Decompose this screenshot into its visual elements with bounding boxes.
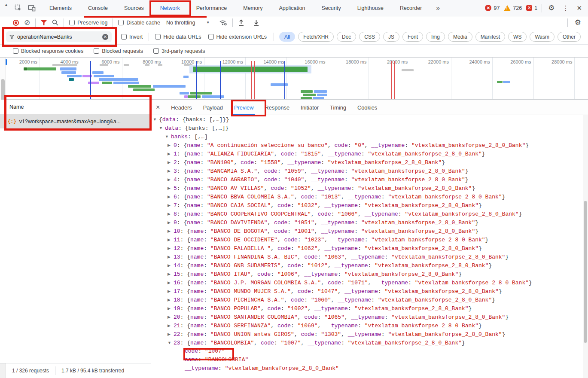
issues-badge[interactable]: ✕ 1	[526, 5, 537, 11]
record-network-log-button[interactable]	[13, 20, 19, 26]
tree-bank-item-15[interactable]: ▶15: {name: "BANCO ITAU", code: "1006", …	[151, 270, 588, 278]
tree-caret-collapsed[interactable]: ▶	[168, 304, 174, 313]
settings-gear-icon[interactable]: ⚙	[546, 3, 556, 12]
hide-data-urls-checkbox[interactable]: Hide data URLs	[155, 34, 201, 40]
chip-other[interactable]: Other	[558, 32, 581, 42]
chip-css[interactable]: CSS	[359, 32, 380, 42]
tree-bank-item-2[interactable]: ▶2: {name: "BAN100", code: "1558", __typ…	[151, 158, 588, 167]
tree-caret-expanded[interactable]: ▼	[153, 115, 159, 124]
chip-media[interactable]: Media	[448, 32, 472, 42]
tree-caret-collapsed[interactable]: ▶	[168, 218, 174, 227]
name-column-header[interactable]: Name	[0, 100, 151, 114]
chip-img[interactable]: Img	[426, 32, 445, 42]
detail-tab-headers[interactable]: Headers	[165, 100, 197, 115]
tree-bank-item-16[interactable]: ▶16: {name: "BANCO J.P. MORGAN COLOMBIA …	[151, 278, 588, 287]
preview-scrollbar[interactable]	[583, 115, 588, 378]
more-tabs-icon[interactable]: »	[430, 4, 446, 12]
tree-bank-item-14[interactable]: ▶14: {name: "BANCO GNB SUDAMERIS", code:…	[151, 261, 588, 270]
tree-bank-item-17[interactable]: ▶17: {name: "BANCO MUNDO MUJER S.A.", co…	[151, 287, 588, 296]
export-har-icon[interactable]	[253, 19, 259, 26]
kebab-menu-icon[interactable]: ⋮	[561, 4, 570, 12]
blocked-response-cookies-checkbox[interactable]: Blocked response cookies	[13, 48, 83, 54]
tree-caret-collapsed[interactable]: ▶	[168, 167, 174, 175]
hide-extension-urls-checkbox[interactable]: Hide extension URLs	[208, 34, 267, 40]
tree-bank-item-9[interactable]: ▶9: {name: "BANCO DAVIVIENDA", code: "10…	[151, 218, 588, 227]
chip-all[interactable]: All	[279, 32, 295, 42]
chip-wasm[interactable]: Wasm	[530, 32, 554, 42]
tree-root-node[interactable]: ▼{data: {banks: [,…]}}	[151, 115, 588, 124]
warnings-badge[interactable]: 726	[504, 5, 522, 11]
scroll-up-icon[interactable]: ▲	[4, 3, 8, 7]
network-overview-timeline[interactable]: 2000 ms4000 ms6000 ms8000 ms10000 ms1200…	[0, 58, 588, 100]
request-row[interactable]: {:} v1?workspace=master&maxAge=long&a...	[0, 114, 151, 128]
detail-tab-response[interactable]: Response	[259, 100, 295, 115]
detail-tab-payload[interactable]: Payload	[198, 100, 228, 115]
tree-caret-collapsed[interactable]: ▶	[168, 149, 174, 158]
tree-caret-collapsed[interactable]: ▶	[168, 141, 174, 149]
tree-bank-item-8[interactable]: ▶8: {name: "BANCO COOPERATIVO COOPCENTRA…	[151, 210, 588, 218]
preserve-log-checkbox[interactable]: Preserve log	[69, 20, 107, 26]
tree-caret-expanded[interactable]: ▼	[165, 132, 171, 141]
tree-bank-item-6[interactable]: ▶6: {name: "BANCO BBVA COLOMBIA S.A.", c…	[151, 192, 588, 201]
tree-bank-item-0[interactable]: ▶0: {name: "A continuación seleccione su…	[151, 141, 588, 149]
tab-memory[interactable]: Memory	[235, 0, 271, 16]
tree-caret-collapsed[interactable]: ▶	[168, 253, 174, 261]
tree-caret-collapsed[interactable]: ▶	[168, 321, 174, 330]
tree-bank-item-22[interactable]: ▶22: {name: "BANCO UNION antes GIROS", c…	[151, 330, 588, 338]
tree-caret-collapsed[interactable]: ▶	[168, 192, 174, 201]
tree-bank-item-1[interactable]: ▶1: {name: "ALIANZA FIDUCIARIA", code: "…	[151, 149, 588, 158]
tab-lighthouse[interactable]: Lighthouse	[349, 0, 392, 16]
tree-data-node[interactable]: ▼data: {banks: [,…]}	[151, 124, 588, 132]
tab-application[interactable]: Application	[271, 0, 313, 16]
close-devtools-icon[interactable]: ✕	[575, 4, 584, 12]
tree-caret-collapsed[interactable]: ▶	[168, 296, 174, 304]
tree-bank-item-10[interactable]: ▶10: {name: "BANCO DE BOGOTA", code: "10…	[151, 227, 588, 235]
import-har-icon[interactable]	[238, 19, 244, 26]
tree-caret-collapsed[interactable]: ▶	[168, 184, 174, 192]
detail-tab-initiator[interactable]: Initiator	[295, 100, 324, 115]
tree-bank-item-19[interactable]: ▶19: {name: "BANCO POPULAR", code: "1002…	[151, 304, 588, 313]
detail-tab-cookies[interactable]: Cookies	[352, 100, 383, 115]
tab-recorder[interactable]: Recorder	[392, 0, 430, 16]
tree-bank-item-23[interactable]: ▼23: {name: "BANCOLOMBIA", code: "1007",…	[151, 338, 588, 347]
tab-security[interactable]: Security	[314, 0, 349, 16]
tree-bank-item-5[interactable]: ▶5: {name: "BANCO AV VILLAS", code: "105…	[151, 184, 588, 192]
chip-fetch-xhr[interactable]: Fetch/XHR	[298, 32, 334, 42]
chip-js[interactable]: JS	[383, 32, 399, 42]
tab-elements[interactable]: Elements	[41, 0, 80, 16]
chip-doc[interactable]: Doc	[337, 32, 356, 42]
tree-caret-collapsed[interactable]: ▶	[168, 227, 174, 235]
tree-caret-collapsed[interactable]: ▶	[168, 201, 174, 210]
tree-caret-collapsed[interactable]: ▶	[168, 278, 174, 287]
tree-caret-collapsed[interactable]: ▶	[168, 287, 174, 296]
tree-bank-item-11[interactable]: ▶11: {name: "BANCO DE OCCIDENTE", code: …	[151, 235, 588, 244]
tree-bank-item-12[interactable]: ▶12: {name: "BANCO FALABELLA ", code: "1…	[151, 244, 588, 253]
chip-font[interactable]: Font	[402, 32, 423, 42]
preview-scrollbar-thumb[interactable]	[584, 201, 587, 343]
tree-caret-collapsed[interactable]: ▶	[168, 235, 174, 244]
throttling-caret-icon[interactable]: ▼	[206, 21, 210, 24]
detail-tab-preview[interactable]: Preview	[228, 100, 259, 115]
tree-bank-item-4[interactable]: ▶4: {name: "BANCO AGRARIO", code: "1040"…	[151, 175, 588, 184]
tree-caret-collapsed[interactable]: ▶	[168, 244, 174, 253]
tab-sources[interactable]: Sources	[116, 0, 152, 16]
tree-caret-collapsed[interactable]: ▶	[168, 210, 174, 218]
chip-ws[interactable]: WS	[508, 32, 527, 42]
tree-bank-item-21[interactable]: ▶21: {name: "BANCO SERFINANZA", code: "1…	[151, 321, 588, 330]
filter-input[interactable]: operationName=Banks ✕	[6, 31, 112, 42]
tree-bank-item-7[interactable]: ▶7: {name: "BANCO CAJA SOCIAL", code: "1…	[151, 201, 588, 210]
tree-bank-item-20[interactable]: ▶20: {name: "BANCO SANTANDER COLOMBIA", …	[151, 313, 588, 321]
tree-bank-item-3[interactable]: ▶3: {name: "BANCAMIA S.A.", code: "1059"…	[151, 167, 588, 175]
network-settings-gear-icon[interactable]: ⚙	[573, 18, 583, 27]
network-conditions-icon[interactable]	[219, 19, 227, 26]
tree-bank-item-13[interactable]: ▶13: {name: "BANCO FINANDINA S.A. BIC", …	[151, 253, 588, 261]
clear-network-log-icon[interactable]: ⊘	[24, 19, 30, 26]
tab-performance[interactable]: Performance	[188, 0, 235, 16]
disable-cache-checkbox[interactable]: Disable cache	[118, 20, 160, 26]
blocked-requests-checkbox[interactable]: Blocked requests	[94, 48, 143, 54]
errors-badge[interactable]: ✕ 97	[485, 5, 500, 11]
tree-caret-collapsed[interactable]: ▶	[168, 313, 174, 321]
3rd-party-requests-checkbox[interactable]: 3rd-party requests	[153, 48, 205, 54]
tree-caret-collapsed[interactable]: ▶	[168, 261, 174, 270]
inspect-element-icon[interactable]	[15, 4, 22, 12]
